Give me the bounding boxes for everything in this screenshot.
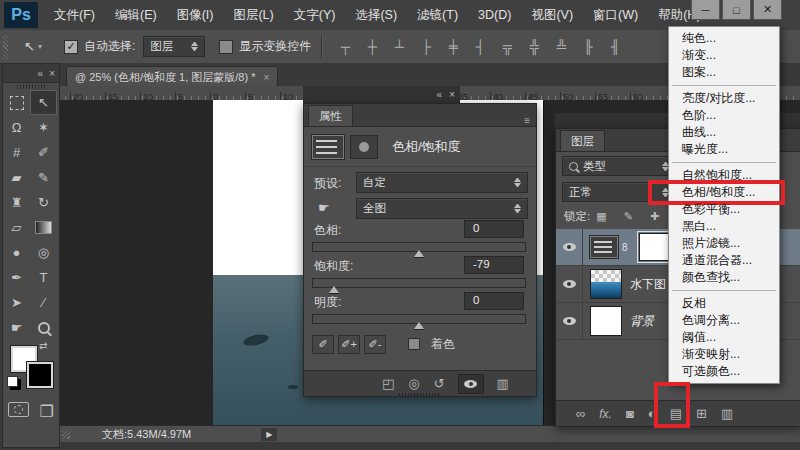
menu-item[interactable]: 渐变映射... (669, 346, 779, 363)
auto-select-target-dropdown[interactable]: 图层 (143, 36, 205, 57)
layer-thumbnail[interactable] (590, 269, 622, 299)
show-transform-checkbox[interactable] (219, 40, 233, 54)
menu-item[interactable]: 反相 (669, 295, 779, 312)
align-vertical-centers-icon[interactable]: ┼ (360, 37, 384, 57)
menu-item[interactable]: 色调分离... (669, 312, 779, 329)
status-options-arrow-icon[interactable]: ▶ (261, 428, 277, 441)
distribute-left-edges-icon[interactable]: ╟ (576, 37, 600, 57)
menubar-item[interactable]: 滤镜(T) (407, 0, 468, 30)
default-colors-icon[interactable] (7, 376, 18, 387)
history-brush-tool[interactable]: ↻ (30, 190, 57, 215)
slider-thumb[interactable] (329, 286, 339, 293)
background-color-swatch[interactable] (27, 362, 53, 388)
eyedropper-subtract-icon[interactable]: ✐- (364, 335, 386, 354)
clone-stamp-tool[interactable]: ♜ (3, 190, 30, 215)
crop-tool[interactable]: # (3, 140, 30, 165)
menu-item[interactable]: 曝光度... (669, 141, 779, 158)
eyedropper-add-icon[interactable]: ✐+ (338, 335, 360, 354)
delete-layer-icon[interactable]: ▥ (721, 406, 733, 421)
screen-mode-icon[interactable]: ❐ (39, 402, 53, 421)
slider-track[interactable] (312, 314, 526, 324)
slider-track[interactable] (312, 278, 526, 288)
collapse-panel-icon[interactable]: « (38, 68, 44, 79)
align-top-edges-icon[interactable]: ┬ (333, 37, 357, 57)
menubar-item[interactable]: 视图(V) (521, 0, 583, 30)
eraser-tool[interactable]: ▱ (3, 215, 30, 240)
options-grip[interactable] (3, 35, 8, 59)
resize-corner-icon[interactable] (62, 431, 70, 439)
distribute-right-edges-icon[interactable]: ╢ (603, 37, 627, 57)
delete-adjustment-icon[interactable]: ▥ (497, 376, 509, 391)
menu-item[interactable]: 渐变... (669, 47, 779, 64)
colorize-checkbox[interactable] (408, 338, 420, 350)
slider-value-field[interactable]: 0 (464, 292, 524, 310)
menu-item[interactable]: 阈值... (669, 329, 779, 346)
visibility-cell[interactable] (556, 229, 583, 265)
menu-item[interactable]: 图案... (669, 64, 779, 81)
link-layers-icon[interactable]: ∞ (576, 406, 585, 421)
mask-icon[interactable] (350, 135, 378, 159)
menu-item[interactable]: 亮度/对比度... (669, 90, 779, 107)
close-icon[interactable]: ✕ (753, 0, 782, 20)
panel-drag-grip[interactable] (17, 84, 45, 89)
preset-dropdown[interactable]: 自定 (356, 172, 528, 193)
clip-to-layer-icon[interactable]: ◰ (382, 376, 394, 391)
maximize-icon[interactable]: □ (722, 0, 751, 20)
tab-properties[interactable]: 属性 (308, 105, 353, 126)
brush-tool[interactable]: ✎ (30, 165, 57, 190)
current-tool-button[interactable]: ↖ ▾ (16, 36, 50, 58)
menubar-item[interactable]: 3D(D) (468, 0, 521, 30)
align-left-edges-icon[interactable]: ├ (414, 37, 438, 57)
distribute-bottom-edges-icon[interactable]: ╩ (549, 37, 573, 57)
slider-value-field[interactable]: 0 (464, 220, 524, 238)
lasso-tool[interactable]: Ω (3, 115, 30, 140)
menu-item[interactable]: 黑白... (669, 218, 779, 235)
line-tool[interactable]: ∕ (30, 290, 57, 315)
distribute-top-edges-icon[interactable]: ╦ (495, 37, 519, 57)
menu-item[interactable]: 曲线... (669, 124, 779, 141)
slider-value-field[interactable]: -79 (464, 256, 524, 274)
distribute-vertical-centers-icon[interactable]: ╬ (522, 37, 546, 57)
menu-item[interactable]: 可选颜色... (669, 363, 779, 380)
dodge-tool[interactable]: ◎ (30, 240, 57, 265)
menu-item[interactable]: 色相/饱和度... (669, 184, 779, 201)
layer-mask-thumbnail[interactable] (639, 233, 669, 261)
targeted-adjustment-icon[interactable]: ☛ (318, 200, 330, 215)
menu-item[interactable]: 色彩平衡... (669, 201, 779, 218)
auto-select-checkbox[interactable]: ✓ (64, 40, 78, 54)
menubar-item[interactable]: 选择(S) (345, 0, 407, 30)
filter-type-dropdown[interactable]: 类型 (562, 156, 676, 176)
menubar-item[interactable]: 图像(I) (167, 0, 224, 30)
type-tool[interactable]: T (30, 265, 57, 290)
slider-track[interactable] (312, 242, 526, 252)
lock-icons[interactable]: ▦ ✎ ✚ (596, 210, 666, 223)
menu-item[interactable]: 色阶... (669, 107, 779, 124)
align-bottom-edges-icon[interactable]: ┴ (387, 37, 411, 57)
zoom-tool[interactable] (30, 315, 57, 340)
healing-brush-tool[interactable]: ▰ (3, 165, 30, 190)
layer-name[interactable]: 水下图 (630, 276, 666, 293)
panel-resize-grip[interactable] (399, 393, 441, 397)
add-mask-icon[interactable]: ◙ (626, 406, 634, 421)
visibility-cell[interactable] (556, 266, 583, 302)
tab-close-icon[interactable]: × (263, 72, 269, 83)
collapse-panel-icon[interactable]: « (437, 89, 443, 100)
menu-item[interactable]: 颜色查找... (669, 269, 779, 286)
pen-tool[interactable]: ✒ (3, 265, 30, 290)
align-horizontal-centers-icon[interactable]: ╪ (441, 37, 465, 57)
menubar-item[interactable]: 文件(F) (44, 0, 105, 30)
path-selection-tool[interactable]: ➤ (3, 290, 30, 315)
tab-layers[interactable]: 图层 (560, 130, 605, 151)
new-layer-icon[interactable]: ⊞ (696, 406, 707, 421)
reset-icon[interactable]: ↺ (434, 376, 445, 391)
eyedropper-sample-icon[interactable]: ✐ (312, 335, 334, 354)
menubar-item[interactable]: 图层(L) (223, 0, 283, 30)
layer-style-icon[interactable]: fx. (599, 407, 612, 421)
close-panel-icon[interactable]: × (49, 68, 55, 79)
layer-name[interactable]: 背景 (630, 313, 654, 330)
menu-item[interactable]: 照片滤镜... (669, 235, 779, 252)
gradient-tool[interactable] (30, 215, 57, 240)
visibility-toggle[interactable] (458, 374, 484, 394)
move-tool[interactable]: ↖ (30, 90, 57, 115)
menubar-item[interactable]: 文字(Y) (284, 0, 346, 30)
